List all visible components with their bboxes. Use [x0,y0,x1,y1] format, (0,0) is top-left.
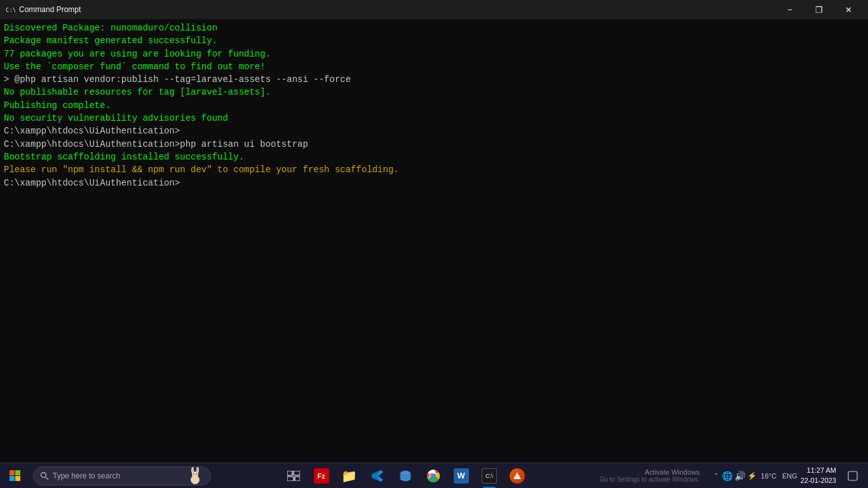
rabbit-icon [186,467,204,485]
search-bar[interactable]: Type here to search [33,466,211,485]
filezilla-icon: Fz [314,468,329,484]
terminal-line: Use the `composer fund` command to find … [4,60,864,73]
svg-rect-20 [295,477,300,481]
terminal-line: Please run "npm install && npm run dev" … [4,163,864,176]
svg-rect-19 [287,477,294,481]
svg-rect-5 [15,476,20,481]
volume-icon[interactable]: 🔊 [735,471,745,481]
ampps-icon [510,468,525,484]
terminal-line: C:\xampp\htdocs\UiAuthentication> [4,177,864,189]
svg-text:C:\: C:\ [6,7,15,13]
title-bar-left: C:\ Command Prompt [5,4,81,15]
start-button[interactable] [0,463,31,489]
terminal-line: No publishable resources for tag [larave… [4,86,864,98]
network-icon[interactable]: 🌐 [722,471,733,481]
svg-rect-4 [10,476,15,481]
system-tray: ⌃ 🌐 🔊 ⚡ 16°C ENG [712,471,799,481]
taskbar-app-chrome[interactable] [421,463,446,489]
terminal-line: > @php artisan vendor:publish --tag=lara… [4,73,864,86]
taskbar-app-filezilla[interactable]: Fz [309,463,334,489]
activate-line2: Go to Settings to activate Windows. [599,476,700,483]
clock[interactable]: 11:27 AM 22-01-2023 [801,466,836,485]
taskbar-app-cmd[interactable]: C:\ [477,463,502,489]
temperature-display: 16°C [761,472,776,480]
svg-point-13 [197,468,198,472]
terminal-line: C:\xampp\htdocs\UiAuthentication>php art… [4,138,864,151]
clock-date: 22-01-2023 [801,476,836,485]
clock-time: 11:27 AM [801,466,836,475]
close-button[interactable]: ✕ [834,0,863,19]
window-title: Command Prompt [19,5,81,14]
dbbeaver-icon [398,469,412,483]
svg-point-24 [431,473,435,478]
restore-button[interactable]: ❐ [804,0,834,19]
search-icon [40,471,49,480]
show-hidden-icons[interactable]: ⌃ [712,472,720,479]
svg-point-14 [193,473,194,475]
title-bar: C:\ Command Prompt − ❐ ✕ [0,0,868,19]
taskbar-app-ampps[interactable] [505,463,530,489]
terminal-line: Discovered Package: nunomaduro/collision [4,22,864,34]
cmd-taskbar-icon: C:\ [482,468,497,484]
cmd-icon: C:\ [5,4,15,15]
chrome-icon [426,469,440,483]
search-input-placeholder: Type here to search [53,471,120,480]
svg-line-7 [46,477,48,480]
minimize-button[interactable]: − [775,0,804,19]
notification-center-button[interactable] [843,463,863,489]
word-icon: W [454,468,469,484]
taskbar-app-task-view[interactable] [281,463,306,489]
terminal-line: C:\xampp\htdocs\UiAuthentication> [4,125,864,137]
activate-line1: Activate Windows [599,468,700,476]
svg-point-15 [196,473,197,475]
svg-point-6 [41,472,46,477]
language-indicator[interactable]: ENG [782,472,797,480]
taskbar-app-explorer[interactable]: 📁 [337,463,362,489]
svg-point-16 [194,475,196,475]
terminal-line: No security vulnerability advisories fou… [4,112,864,125]
title-bar-controls: − ❐ ✕ [775,0,863,19]
svg-rect-2 [10,470,15,475]
svg-point-11 [192,468,193,472]
explorer-icon: 📁 [341,468,357,484]
terminal-line: Bootstrap scaffolding installed successf… [4,151,864,163]
terminal-line: Publishing complete. [4,99,864,112]
svg-rect-25 [848,471,857,480]
terminal-line: Package manifest generated successfully. [4,34,864,47]
taskbar-apps: Fz 📁 [211,463,599,489]
terminal-line: 77 packages you are using are looking fo… [4,48,864,60]
terminal-output: Discovered Package: nunomaduro/collision… [0,19,868,463]
battery-icon[interactable]: ⚡ [747,471,757,480]
taskbar-right: ⌃ 🌐 🔊 ⚡ 16°C ENG 11:27 AM 22-01-2023 [712,463,868,489]
taskbar-app-dbbeaver[interactable] [393,463,418,489]
vscode-icon [370,469,384,483]
taskbar-app-word[interactable]: W [449,463,474,489]
svg-rect-18 [294,471,300,475]
taskbar: Type here to search [0,463,868,488]
taskbar-app-vscode[interactable] [365,463,390,489]
activate-windows-notice: Activate Windows Go to Settings to activ… [599,468,700,483]
svg-rect-3 [15,470,20,475]
svg-rect-17 [287,471,292,475]
